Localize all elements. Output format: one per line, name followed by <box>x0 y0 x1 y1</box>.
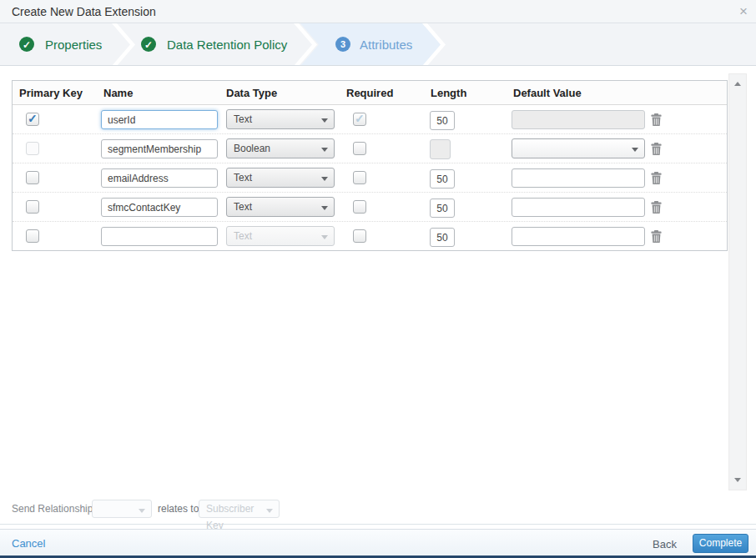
data-type-select[interactable]: Text <box>226 109 335 129</box>
name-input[interactable] <box>101 227 218 246</box>
length-input[interactable] <box>430 169 455 189</box>
check-circle-icon <box>141 37 156 52</box>
header-required: Required <box>346 87 393 99</box>
delete-row-icon[interactable] <box>651 201 662 214</box>
required-checkbox[interactable] <box>353 229 366 243</box>
header-default-value: Default Value <box>513 87 582 99</box>
complete-button[interactable]: Complete <box>693 534 748 553</box>
length-input-disabled <box>430 139 451 159</box>
select-value: Text <box>234 172 252 183</box>
table-row: Text <box>13 193 727 222</box>
primary-key-checkbox[interactable] <box>26 113 39 126</box>
step-label: Attributes <box>360 38 412 52</box>
length-input[interactable] <box>430 199 455 218</box>
required-checkbox[interactable] <box>353 171 366 184</box>
data-type-select[interactable]: Text <box>226 168 335 188</box>
select-value: Subscriber Key <box>206 503 254 531</box>
scroll-down-arrow-icon[interactable] <box>734 478 741 482</box>
chevron-down-icon <box>321 177 328 181</box>
step-number-badge: 3 <box>335 37 350 52</box>
select-value: Text <box>234 113 252 125</box>
chevron-down-icon <box>321 148 328 152</box>
length-input[interactable] <box>430 228 455 247</box>
select-value: Boolean <box>234 143 270 154</box>
vertical-scrollbar[interactable] <box>728 73 747 490</box>
required-checkbox <box>353 113 366 126</box>
primary-key-checkbox[interactable] <box>26 229 39 243</box>
cancel-link[interactable]: Cancel <box>12 537 45 550</box>
table-row: Text <box>13 163 727 193</box>
send-relationship-source-select <box>92 500 152 518</box>
table-row: Text <box>13 105 727 134</box>
primary-key-checkbox[interactable] <box>26 171 39 184</box>
data-type-select[interactable]: Boolean <box>226 138 335 158</box>
delete-row-icon[interactable] <box>651 230 662 243</box>
relates-to-label: relates to <box>158 503 199 515</box>
send-relationship-target-select: Subscriber Key <box>199 500 280 518</box>
chevron-down-icon <box>321 118 328 123</box>
step-label: Data Retention Policy <box>167 38 287 52</box>
chevron-down-icon <box>632 148 638 152</box>
dialog-titlebar: Create New Data Extension × <box>0 0 756 23</box>
select-value: Text <box>234 201 252 213</box>
chevron-down-icon <box>139 509 145 513</box>
header-length: Length <box>431 87 466 99</box>
chevron-down-icon <box>321 235 328 239</box>
attributes-table: Primary Key Name Data Type Required Leng… <box>12 80 728 251</box>
back-link[interactable]: Back <box>653 538 677 550</box>
name-input[interactable] <box>101 198 218 217</box>
header-data-type: Data Type <box>226 87 277 99</box>
send-relationship-label: Send Relationship <box>12 503 93 515</box>
header-primary-key: Primary Key <box>19 87 83 99</box>
primary-key-checkbox <box>26 142 39 155</box>
table-row: Boolean <box>13 134 727 163</box>
default-value-input[interactable] <box>512 198 645 217</box>
length-input[interactable] <box>430 111 455 130</box>
primary-key-checkbox[interactable] <box>26 200 39 214</box>
send-relationship-section: Send Relationship relates to Subscriber … <box>0 494 756 525</box>
required-checkbox[interactable] <box>353 200 366 214</box>
create-data-extension-dialog: Create New Data Extension × Properties D… <box>0 0 756 558</box>
required-checkbox[interactable] <box>353 142 366 155</box>
dialog-title: Create New Data Extension <box>12 5 156 18</box>
header-name: Name <box>103 87 133 99</box>
table-header: Primary Key Name Data Type Required Leng… <box>13 81 727 105</box>
select-value: Text <box>234 230 252 242</box>
dialog-footer: Cancel Back Complete <box>0 529 756 555</box>
default-value-select[interactable] <box>512 138 645 158</box>
data-type-select: Text <box>226 226 335 246</box>
delete-row-icon[interactable] <box>651 143 662 155</box>
step-divider <box>112 23 137 66</box>
chevron-down-icon <box>321 206 328 210</box>
name-input[interactable] <box>101 139 218 158</box>
scroll-up-arrow-icon[interactable] <box>734 82 741 86</box>
chevron-down-icon <box>266 509 273 513</box>
step-label: Properties <box>45 38 102 52</box>
name-input[interactable] <box>101 168 218 188</box>
check-circle-icon <box>19 37 34 52</box>
delete-row-icon[interactable] <box>651 172 662 184</box>
name-input[interactable] <box>101 110 218 129</box>
data-type-select[interactable]: Text <box>226 197 335 217</box>
default-value-input[interactable] <box>512 168 645 188</box>
wizard-steps: Properties Data Retention Policy 3 Attri… <box>0 23 756 66</box>
table-row: Text <box>13 222 727 251</box>
delete-row-icon[interactable] <box>651 113 662 126</box>
default-value-input[interactable] <box>512 227 645 246</box>
default-value-input <box>512 110 645 129</box>
close-icon[interactable]: × <box>739 3 748 20</box>
